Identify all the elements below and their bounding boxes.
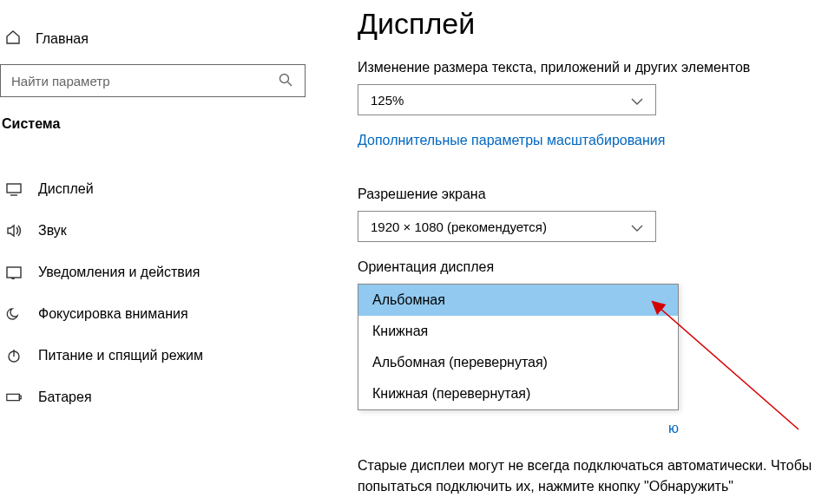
sidebar-item-label: Батарея <box>38 389 92 405</box>
chevron-down-icon <box>631 93 643 108</box>
power-icon <box>5 347 23 364</box>
main-panel: Дисплей Изменение размера текста, прилож… <box>358 7 813 497</box>
scale-dropdown[interactable]: 125% <box>358 84 656 115</box>
orientation-listbox: Альбомная Книжная Альбомная (перевернута… <box>358 284 679 410</box>
monitor-icon <box>5 180 23 198</box>
notifications-icon <box>5 264 23 281</box>
search-box[interactable] <box>0 64 306 97</box>
focus-icon <box>5 305 23 323</box>
scale-label: Изменение размера текста, приложений и д… <box>358 60 813 75</box>
scale-advanced-link[interactable]: Дополнительные параметры масштабирования <box>358 133 665 148</box>
sidebar-item-label: Дисплей <box>38 181 94 197</box>
sidebar-item-focus[interactable]: Фокусировка внимания <box>0 293 325 335</box>
chevron-down-icon <box>631 219 643 234</box>
orientation-option-portrait[interactable]: Книжная <box>358 316 678 347</box>
sidebar-item-sound[interactable]: Звук <box>0 210 325 252</box>
svg-rect-4 <box>7 267 21 278</box>
connect-link-tail[interactable]: ю <box>358 421 679 436</box>
sidebar-item-display[interactable]: Дисплей <box>0 168 325 210</box>
sidebar-item-power[interactable]: Питание и спящий режим <box>0 335 325 376</box>
search-input[interactable] <box>0 64 306 97</box>
svg-line-1 <box>288 82 292 87</box>
orientation-option-portrait-flipped[interactable]: Книжная (перевернутая) <box>358 378 678 409</box>
resolution-dropdown[interactable]: 1920 × 1080 (рекомендуется) <box>358 211 656 242</box>
resolution-label: Разрешение экрана <box>358 187 813 202</box>
old-displays-text: Старые дисплеи могут не всегда подключат… <box>358 455 813 497</box>
orientation-option-landscape[interactable]: Альбомная <box>358 285 678 316</box>
sound-icon <box>5 222 23 239</box>
page-title: Дисплей <box>358 7 813 41</box>
svg-rect-2 <box>7 184 21 193</box>
sidebar-item-notifications[interactable]: Уведомления и действия <box>0 252 325 293</box>
scale-value: 125% <box>371 93 404 108</box>
home-icon <box>4 29 22 49</box>
resolution-value: 1920 × 1080 (рекомендуется) <box>371 219 547 234</box>
sidebar-item-label: Фокусировка внимания <box>38 306 188 322</box>
svg-rect-7 <box>7 394 20 400</box>
sidebar-item-label: Питание и спящий режим <box>38 348 203 363</box>
search-icon <box>278 72 293 90</box>
home-label: Главная <box>36 31 89 47</box>
svg-point-0 <box>280 75 289 83</box>
svg-rect-8 <box>19 396 21 399</box>
sidebar-item-label: Звук <box>38 223 67 239</box>
nav-list: Дисплей Звук Уведомления и действия <box>0 168 325 418</box>
settings-sidebar: Главная Система Дисплей <box>0 0 325 504</box>
sidebar-item-battery[interactable]: Батарея <box>0 376 325 418</box>
section-title: Система <box>0 116 325 142</box>
orientation-option-landscape-flipped[interactable]: Альбомная (перевернутая) <box>358 347 678 378</box>
sidebar-item-label: Уведомления и действия <box>38 265 200 280</box>
battery-icon <box>5 389 23 406</box>
orientation-dropdown-open: Альбомная Книжная Альбомная (перевернута… <box>358 284 679 436</box>
orientation-label: Ориентация дисплея <box>358 259 813 275</box>
home-link[interactable]: Главная <box>0 22 325 64</box>
